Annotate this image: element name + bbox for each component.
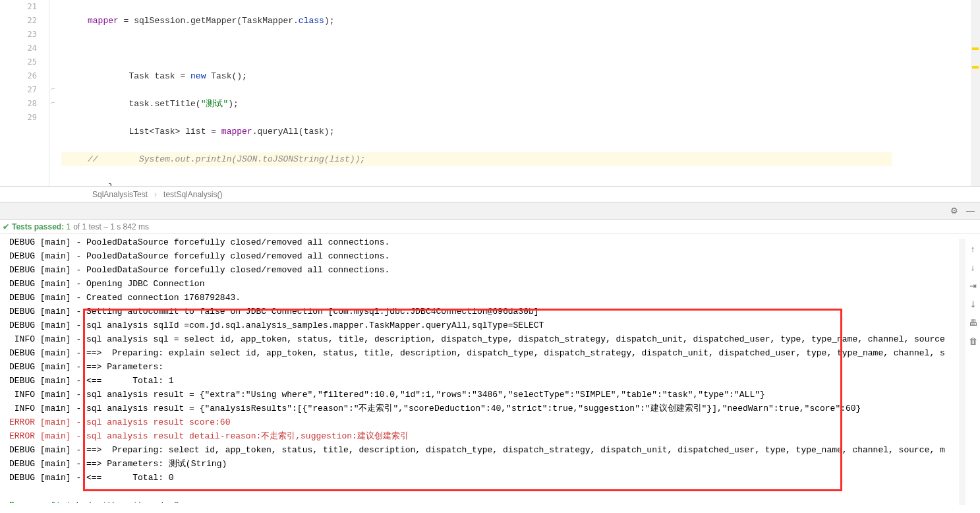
breadcrumb-method[interactable]: testSqlAnalysis() xyxy=(163,190,222,199)
warning-marker[interactable] xyxy=(972,47,979,50)
console-line: DEBUG [main] - <== Total: 0 xyxy=(9,471,971,485)
gear-icon[interactable]: ⚙ xyxy=(950,206,958,216)
code-text: .queryAll(task); xyxy=(252,127,335,136)
editor-stripe[interactable] xyxy=(971,0,980,186)
test-status-bar: ✔ Tests passed: 1 of 1 test – 1 s 842 ms xyxy=(0,220,980,234)
console-line: ERROR [main] - sql analysis result score… xyxy=(9,415,971,429)
fold-column: ⌐ ⌐ xyxy=(49,0,61,186)
console-output[interactable]: DEBUG [main] - PooledDataSource forceful… xyxy=(0,234,980,503)
console-line: DEBUG [main] - Setting autocommit to fal… xyxy=(9,305,971,318)
console-line: DEBUG [main] - sql analysis sqlId =com.j… xyxy=(9,318,971,332)
console-line: ERROR [main] - sql analysis result detai… xyxy=(9,429,971,443)
panel-toolbar: ⚙ — xyxy=(0,202,980,220)
console-line: DEBUG [main] - ==> Parameters: 测试(String… xyxy=(9,457,971,471)
code-text: Task task = xyxy=(88,71,190,81)
console-line: INFO [main] - sql analysis result = {"an… xyxy=(9,402,971,415)
console-line: DEBUG [main] - Created connection 176879… xyxy=(9,291,971,305)
line-number: 29 xyxy=(0,111,37,125)
breadcrumb-sep-icon: › xyxy=(154,190,157,199)
fold-end-icon[interactable]: ⌐ xyxy=(51,86,58,92)
console-line: INFO [main] - sql analysis sql = select … xyxy=(9,332,971,346)
line-number: 27 xyxy=(0,83,37,97)
code-content[interactable]: mapper = sqlSession.getMapper(TaskMapper… xyxy=(61,0,980,186)
check-icon: ✔ xyxy=(3,222,9,231)
console-line: DEBUG [main] - ==> Preparing: select id,… xyxy=(9,443,971,457)
console-line: DEBUG [main] - ==> Parameters: xyxy=(9,360,971,374)
line-number: 26 xyxy=(0,69,37,83)
scroll-end-icon[interactable]: ⤓ xyxy=(969,298,977,310)
console-line: INFO [main] - sql analysis result = {"ex… xyxy=(9,388,971,402)
line-number: 28 xyxy=(0,97,37,111)
line-number: 24 xyxy=(0,42,37,55)
scroll-down-icon[interactable]: ↓ xyxy=(971,261,975,273)
console-line: DEBUG [main] - PooledDataSource forceful… xyxy=(9,249,971,263)
line-gutter: 21 22 23 24 25 26 27 28 29 xyxy=(0,0,49,186)
print-icon[interactable]: 🖶 xyxy=(969,317,977,328)
tests-time: – 1 s 842 ms xyxy=(101,222,149,231)
console-scrollbar[interactable] xyxy=(959,239,966,505)
breadcrumb-class[interactable]: SqlAnalysisTest xyxy=(92,190,148,199)
code-text: task.setTitle( xyxy=(88,99,201,109)
tests-passed-count: 1 xyxy=(66,222,71,231)
fold-end-icon[interactable]: ⌐ xyxy=(51,100,58,106)
tests-total: of 1 test xyxy=(73,222,101,231)
scroll-up-icon[interactable]: ↑ xyxy=(971,243,975,255)
code-text: } xyxy=(88,180,980,186)
line-number: 21 xyxy=(0,0,37,14)
console-side-toolbar: ↑ ↓ ⇥ ⤓ 🖶 🗑 xyxy=(966,239,980,347)
console-line: DEBUG [main] - PooledDataSource forceful… xyxy=(9,235,971,249)
console-line: DEBUG [main] - Opening JDBC Connection xyxy=(9,277,971,291)
warning-marker[interactable] xyxy=(972,66,979,69)
run-panel: ⚙ — ✔ Tests passed: 1 of 1 test – 1 s 84… xyxy=(0,202,980,503)
line-number: 23 xyxy=(0,28,37,42)
soft-wrap-icon[interactable]: ⇥ xyxy=(969,280,977,291)
code-text: ); xyxy=(228,99,239,109)
console-line: DEBUG [main] - ==> Preparing: explain se… xyxy=(9,346,971,360)
console-line: DEBUG [main] - PooledDataSource forceful… xyxy=(9,263,971,277)
tests-label: Tests passed: xyxy=(12,222,66,231)
code-field: mapper xyxy=(221,127,252,136)
line-number: 25 xyxy=(0,55,37,69)
code-keyword: new xyxy=(190,71,206,81)
code-string: "测试" xyxy=(201,99,229,109)
code-editor[interactable]: 21 22 23 24 25 26 27 28 29 ⌐ ⌐ mapper = … xyxy=(0,0,980,186)
code-text: Task(); xyxy=(206,71,246,81)
line-number: 22 xyxy=(0,14,37,28)
breadcrumb[interactable]: SqlAnalysisTest › testSqlAnalysis() xyxy=(0,186,980,202)
clear-icon[interactable]: 🗑 xyxy=(969,335,977,347)
code-comment: // System.out.println(JSON.toJSONString(… xyxy=(88,154,365,164)
console-line: DEBUG [main] - <== Total: 1 xyxy=(9,374,971,388)
console-line: Process finished with exit code 0 xyxy=(9,498,971,503)
code-text: List<Task> list = xyxy=(88,127,221,136)
minimize-icon[interactable]: — xyxy=(966,206,975,216)
console-line xyxy=(9,485,971,498)
